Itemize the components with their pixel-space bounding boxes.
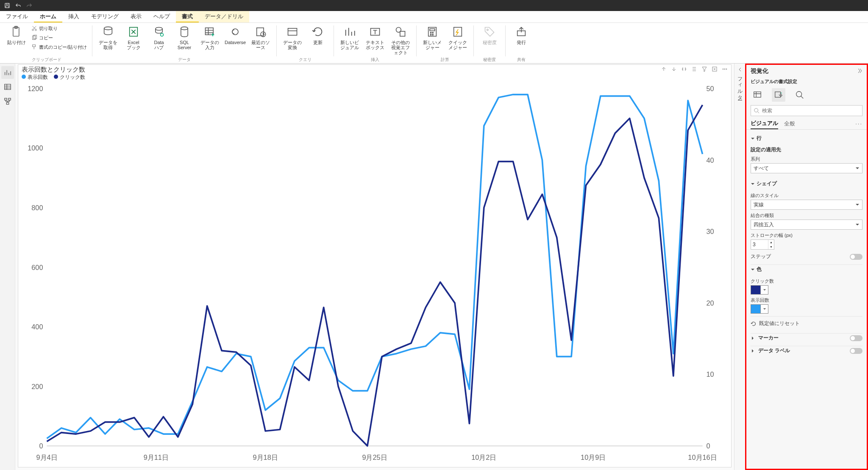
ribbon-group-query: データの変換 更新 クエリ <box>278 24 332 63</box>
redo-icon[interactable] <box>25 2 33 9</box>
datahub-button[interactable]: Data ハブ <box>147 24 171 51</box>
tab-view[interactable]: 表示 <box>125 11 147 22</box>
tab-home[interactable]: ホーム <box>34 11 62 22</box>
section-lines[interactable]: 行 <box>751 132 862 145</box>
tab-help[interactable]: ヘルプ <box>147 11 176 22</box>
focus-icon[interactable] <box>712 66 718 74</box>
expand-icon[interactable] <box>681 66 687 74</box>
chart-legend: 表示回数 クリック数 <box>18 74 731 82</box>
svg-point-6 <box>35 29 37 31</box>
build-visual-tab[interactable] <box>751 88 764 102</box>
section-data-labels[interactable]: データ ラベル <box>751 347 790 354</box>
search-input[interactable] <box>762 108 860 114</box>
format-tab-general[interactable]: 全般 <box>784 118 795 129</box>
filter-icon[interactable] <box>701 66 707 74</box>
drill-down-icon[interactable] <box>671 66 677 74</box>
svg-text:20: 20 <box>706 299 714 307</box>
drill-up-icon[interactable] <box>661 66 667 74</box>
ribbon-group-sensitivity: 秘密度 秘密度 <box>476 24 504 63</box>
spin-down-icon[interactable]: ▼ <box>768 245 774 249</box>
transform-button[interactable]: データの変換 <box>280 24 305 51</box>
ribbon: 貼り付け 切り取り コピー 書式のコピー/貼り付け クリップボード データを取得… <box>0 23 868 64</box>
textbox-button[interactable]: テキスト ボックス <box>363 24 387 51</box>
cut-button[interactable]: 切り取り <box>30 24 89 33</box>
tag-icon <box>482 25 497 39</box>
get-data-button[interactable]: データを取得 <box>96 24 120 51</box>
svg-point-24 <box>430 32 431 33</box>
line-style-dropdown[interactable]: 実線 <box>751 200 862 210</box>
excel-button[interactable]: Excel ブック <box>121 24 146 51</box>
report-view-button[interactable] <box>1 66 14 79</box>
format-more-icon[interactable]: ··· <box>855 120 862 127</box>
step-label: ステップ <box>751 253 771 260</box>
undo-icon[interactable] <box>14 2 22 9</box>
database-icon <box>101 25 115 39</box>
svg-text:0: 0 <box>39 442 43 450</box>
tab-format[interactable]: 書式 <box>176 11 199 22</box>
section-markers[interactable]: マーカー <box>751 334 779 342</box>
ribbon-group-data: データを取得 Excel ブック Data ハブ SQL Server データの… <box>94 24 275 63</box>
quick-measure-button[interactable]: クイック メジャー <box>445 24 470 51</box>
section-shape[interactable]: シェイプ <box>751 178 862 190</box>
format-painter-button[interactable]: 書式のコピー/貼り付け <box>30 42 89 52</box>
publish-button[interactable]: 発行 <box>509 24 534 46</box>
svg-point-62 <box>796 92 802 97</box>
excel-icon <box>126 25 141 39</box>
series-label: 系列 <box>751 156 862 162</box>
recent-sources-button[interactable]: 最近のソース <box>248 24 273 51</box>
tab-data-drill[interactable]: データ／ドリル <box>199 11 249 22</box>
model-view-button[interactable] <box>1 95 14 108</box>
visualizations-pane: 視覚化 ビジュアルの書式設定 ビジュアル 全般 ··· 行 設定の適用先 系列 … <box>745 64 868 470</box>
copy-button[interactable]: コピー <box>30 33 89 42</box>
save-icon[interactable] <box>3 2 11 9</box>
section-color[interactable]: 色 <box>751 264 862 275</box>
color-clicks-swatch[interactable] <box>751 285 761 295</box>
expand-pane-icon[interactable] <box>857 68 862 75</box>
format-search[interactable] <box>751 105 862 116</box>
spin-up-icon[interactable]: ▲ <box>768 240 774 245</box>
more-options-icon[interactable] <box>722 66 728 74</box>
table-plus-icon <box>203 25 217 39</box>
tab-insert[interactable]: 挿入 <box>62 11 85 22</box>
svg-text:50: 50 <box>706 85 714 92</box>
tab-modeling[interactable]: モデリング <box>85 11 125 22</box>
format-tab-visual[interactable]: ビジュアル <box>751 118 778 129</box>
line-chart-visual[interactable]: 表示回数とクリック数 表示回数 クリック数 020040060080010001… <box>18 64 732 467</box>
stroke-width-input[interactable]: 3▲▼ <box>751 239 774 250</box>
svg-text:9月18日: 9月18日 <box>253 453 278 461</box>
svg-text:200: 200 <box>31 383 43 390</box>
svg-text:0: 0 <box>706 442 710 450</box>
svg-point-25 <box>432 32 433 33</box>
step-toggle[interactable] <box>850 254 862 260</box>
svg-point-27 <box>432 34 433 35</box>
markers-toggle[interactable] <box>850 335 862 341</box>
new-measure-button[interactable]: 新しいメジャー <box>420 24 445 51</box>
refresh-button[interactable]: 更新 <box>306 24 330 46</box>
join-type-dropdown[interactable]: 四捨五入 <box>751 220 862 230</box>
paste-icon <box>9 25 24 39</box>
color-impressions-label: 表示回数 <box>751 297 862 303</box>
color-impressions-dropdown[interactable] <box>761 304 768 314</box>
color-clicks-dropdown[interactable] <box>761 285 768 295</box>
format-visual-tab[interactable] <box>772 88 785 102</box>
sql-button[interactable]: SQL Server <box>172 24 197 51</box>
series-dropdown[interactable]: すべて <box>751 163 862 173</box>
filter-pane-collapsed[interactable]: フィルター <box>734 64 745 470</box>
svg-rect-31 <box>4 84 10 90</box>
enter-data-button[interactable]: データの入力 <box>198 24 222 51</box>
reset-to-default[interactable]: 既定値にリセット <box>751 316 862 331</box>
data-view-button[interactable] <box>1 81 14 93</box>
data-labels-toggle[interactable] <box>850 348 862 354</box>
hierarchy-icon[interactable] <box>691 66 697 74</box>
new-visual-button[interactable]: 新しいビジュアル <box>337 24 362 51</box>
tab-file[interactable]: ファイル <box>0 11 34 22</box>
svg-text:10月9日: 10月9日 <box>581 453 606 461</box>
paste-button[interactable]: 貼り付け <box>4 24 29 46</box>
svg-point-10 <box>104 27 112 30</box>
analytics-tab[interactable] <box>793 88 807 102</box>
svg-rect-34 <box>6 103 8 105</box>
dataverse-button[interactable]: Dataverse <box>223 24 248 46</box>
color-impressions-swatch[interactable] <box>751 304 761 314</box>
more-visuals-button[interactable]: その他の視覚エフェクト <box>388 24 413 56</box>
svg-rect-2 <box>6 6 9 8</box>
